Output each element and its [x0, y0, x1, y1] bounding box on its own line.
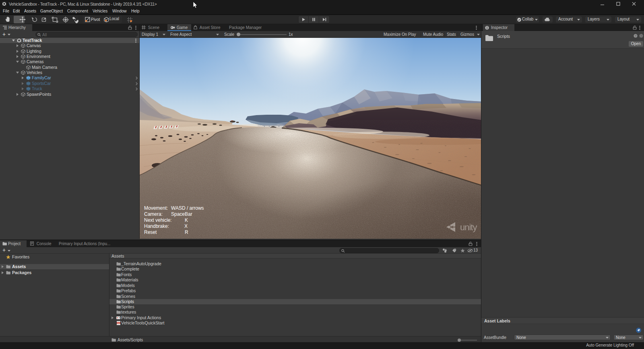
svg-text:unity: unity	[460, 222, 477, 232]
svg-text:?: ?	[635, 34, 636, 38]
svg-text:PDF: PDF	[117, 322, 120, 324]
